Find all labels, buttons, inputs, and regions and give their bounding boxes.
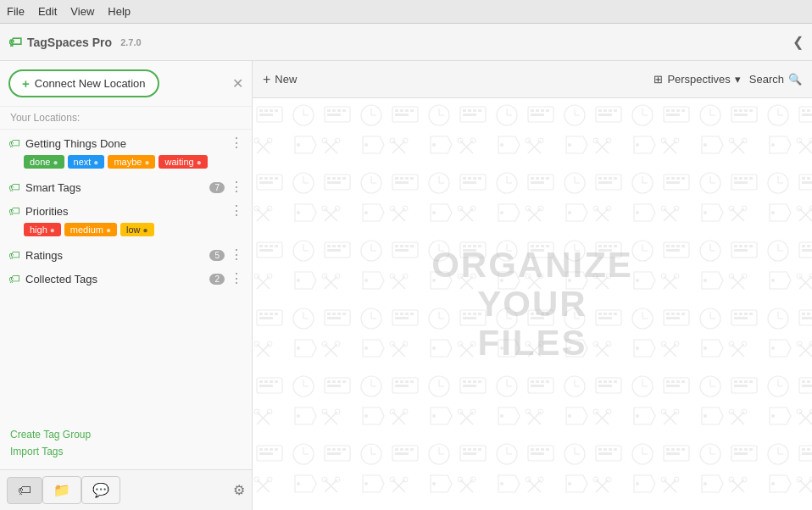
tag-waiting[interactable]: waiting ● xyxy=(159,155,207,169)
tags-icon: 🏷 xyxy=(18,483,31,498)
tag-high[interactable]: high ● xyxy=(24,223,61,236)
tag-group-smart-header[interactable]: 🏷 Smart Tags 7 ⋮ xyxy=(0,174,252,197)
tag-group-priorities-icon: 🏷 xyxy=(8,204,20,218)
tag-medium-menu[interactable]: ● xyxy=(106,225,111,235)
tags-view-button[interactable]: 🏷 xyxy=(7,477,42,504)
tag-group-priorities-header[interactable]: 🏷 Priorities ⋮ xyxy=(0,197,252,221)
tag-next[interactable]: next ● xyxy=(68,155,105,169)
app-title: 🏷 TagSpaces Pro 2.7.0 xyxy=(8,35,142,50)
folder-icon: 📁 xyxy=(53,482,70,498)
collapse-sidebar-button[interactable]: ❮ xyxy=(793,34,804,50)
tag-medium[interactable]: medium ● xyxy=(64,223,117,236)
app-name: TagSpaces Pro xyxy=(27,36,112,49)
tag-done-menu[interactable]: ● xyxy=(53,158,58,167)
folder-view-button[interactable]: 📁 xyxy=(42,476,81,504)
tag-maybe-menu[interactable]: ● xyxy=(144,158,149,167)
sidebar-bottom-toolbar: 🏷 📁 💬 ⚙ xyxy=(0,469,252,510)
new-plus-icon: + xyxy=(263,72,270,87)
tag-group-priorities-menu-button[interactable]: ⋮ xyxy=(230,204,243,218)
menu-help[interactable]: Help xyxy=(108,5,131,18)
sidebar-footer-links: Create Tag Group Import Tags xyxy=(0,422,252,469)
tag-group-gtd: 🏷 Getting Things Done ⋮ done ● next ● xyxy=(0,130,252,174)
main-content: + Connect New Location ✕ Your Locations:… xyxy=(0,61,812,510)
menu-view[interactable]: View xyxy=(70,5,94,18)
settings-button[interactable]: ⚙ xyxy=(233,482,245,498)
connect-location-area: + Connect New Location ✕ xyxy=(0,61,252,107)
tag-group-smart-menu-button[interactable]: ⋮ xyxy=(230,180,243,194)
tag-group-ratings-count: 5 xyxy=(209,250,225,261)
new-button[interactable]: + New xyxy=(263,72,297,87)
right-toolbar: + New ⊞ Perspectives ▾ Search 🔍 xyxy=(253,61,812,98)
perspectives-chevron-icon: ▾ xyxy=(735,73,741,86)
right-panel: + New ⊞ Perspectives ▾ Search 🔍 xyxy=(253,61,812,510)
tag-group-ratings: 🏷 Ratings 5 ⋮ xyxy=(0,241,252,265)
plus-icon: + xyxy=(22,76,30,91)
new-label: New xyxy=(275,73,297,86)
tag-group-ratings-name: Ratings xyxy=(25,249,209,262)
search-button[interactable]: Search 🔍 xyxy=(749,73,802,86)
tag-group-collected-name: Collected Tags xyxy=(25,273,209,285)
tag-group-gtd-icon: 🏷 xyxy=(8,136,20,150)
chat-icon: 💬 xyxy=(92,482,109,498)
tag-group-smart-count: 7 xyxy=(209,182,225,193)
app-version: 2.7.0 xyxy=(120,37,141,47)
tag-group-gtd-name: Getting Things Done xyxy=(25,137,230,150)
tag-group-gtd-header[interactable]: 🏷 Getting Things Done ⋮ xyxy=(0,130,252,153)
tag-maybe[interactable]: maybe ● xyxy=(108,155,155,169)
close-locations-button[interactable]: ✕ xyxy=(232,75,243,91)
tag-group-smart-name: Smart Tags xyxy=(25,181,209,194)
tag-next-menu[interactable]: ● xyxy=(93,158,98,167)
tag-group-collected-icon: 🏷 xyxy=(8,272,20,285)
perspectives-button[interactable]: ⊞ Perspectives ▾ xyxy=(653,73,740,86)
your-locations-label: Your Locations: xyxy=(0,107,252,130)
tag-group-smart-icon: 🏷 xyxy=(8,180,20,194)
svg-rect-15 xyxy=(253,98,812,510)
app-header: 🏷 TagSpaces Pro 2.7.0 ❮ xyxy=(0,24,812,61)
tag-group-collected-header[interactable]: 🏷 Collected Tags 2 ⋮ xyxy=(0,265,252,289)
tag-group-ratings-header[interactable]: 🏷 Ratings 5 ⋮ xyxy=(0,241,252,265)
create-tag-group-link[interactable]: Create Tag Group xyxy=(10,429,242,441)
tag-group-smart: 🏷 Smart Tags 7 ⋮ xyxy=(0,174,252,197)
tag-low[interactable]: low ● xyxy=(120,223,154,236)
tag-group-collected-count: 2 xyxy=(209,274,225,285)
grid-icon: ⊞ xyxy=(653,73,663,86)
background-pattern xyxy=(253,98,812,510)
connect-button-label: Connect New Location xyxy=(35,77,146,90)
tag-low-menu[interactable]: ● xyxy=(143,225,148,235)
tag-group-ratings-menu-button[interactable]: ⋮ xyxy=(230,248,243,262)
chat-view-button[interactable]: 💬 xyxy=(81,476,120,504)
search-icon: 🔍 xyxy=(788,73,802,86)
tag-group-priorities: 🏷 Priorities ⋮ high ● medium ● xyxy=(0,197,252,241)
menubar: File Edit View Help xyxy=(0,0,812,24)
app-logo-icon: 🏷 xyxy=(8,35,22,50)
connect-new-location-button[interactable]: + Connect New Location xyxy=(8,69,159,97)
sidebar: + Connect New Location ✕ Your Locations:… xyxy=(0,61,253,510)
tag-group-priorities-tags: high ● medium ● low ● xyxy=(0,221,252,241)
tag-groups-list: 🏷 Getting Things Done ⋮ done ● next ● xyxy=(0,130,252,422)
tag-group-gtd-tags: done ● next ● maybe ● waiting xyxy=(0,153,252,174)
tag-group-gtd-menu-button[interactable]: ⋮ xyxy=(230,136,243,150)
search-label: Search xyxy=(749,73,784,86)
gear-icon: ⚙ xyxy=(233,483,245,497)
tag-group-collected: 🏷 Collected Tags 2 ⋮ xyxy=(0,265,252,289)
tag-waiting-menu[interactable]: ● xyxy=(197,158,202,167)
menu-edit[interactable]: Edit xyxy=(38,5,57,18)
perspectives-label: Perspectives xyxy=(667,73,730,86)
menu-file[interactable]: File xyxy=(7,5,25,18)
tag-high-menu[interactable]: ● xyxy=(50,225,55,235)
tag-group-priorities-name: Priorities xyxy=(25,205,230,218)
import-tags-link[interactable]: Import Tags xyxy=(10,446,242,457)
tag-group-ratings-icon: 🏷 xyxy=(8,248,20,262)
tag-done[interactable]: done ● xyxy=(24,155,64,169)
tag-group-collected-menu-button[interactable]: ⋮ xyxy=(230,272,243,285)
app: 🏷 TagSpaces Pro 2.7.0 ❮ + Connect New Lo… xyxy=(0,24,812,510)
canvas-area: ORGANIZE YOUR FILES xyxy=(253,98,812,510)
